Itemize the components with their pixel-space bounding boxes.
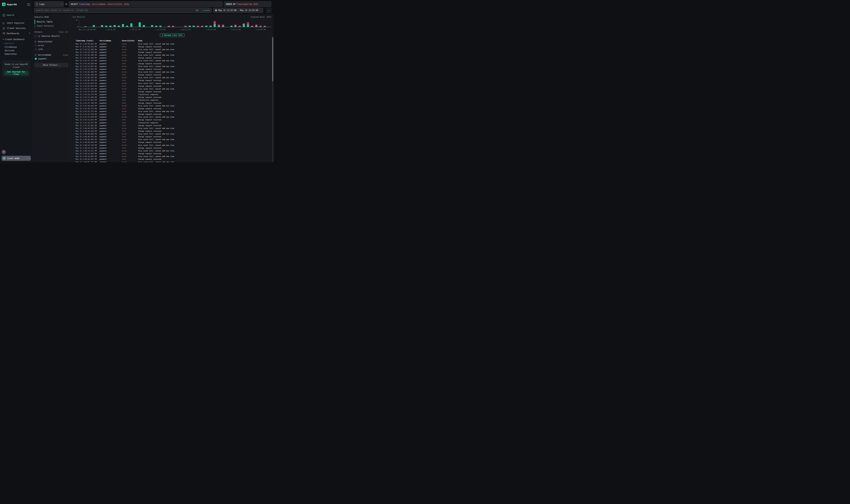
row-expand-chevron-icon[interactable]: › <box>73 74 76 76</box>
row-expand-chevron-icon[interactable]: › <box>73 144 76 146</box>
chart-bar-1:40:15 PM[interactable] <box>217 20 221 27</box>
table-row[interactable]: ›May 15 1:41:57.178 PMpaymentinfoCharge … <box>72 90 272 93</box>
column-header-timestamp[interactable]: Timestamp (Local) <box>76 40 98 42</box>
table-row[interactable]: ›May 15 1:41:53.260 PMpaymentinfoCharge … <box>72 96 272 99</box>
row-expand-chevron-icon[interactable]: › <box>73 110 76 112</box>
row-expand-chevron-icon[interactable]: › <box>73 99 76 101</box>
chart-bar-1:33:30 PM[interactable] <box>104 20 108 27</box>
chart-bar-1:42:45 PM[interactable] <box>258 20 263 27</box>
get-started-button[interactable]: Get Started for Free <box>4 71 28 75</box>
table-row[interactable]: ›May 15 1:40:26.444 PMpaymentinfoCharge … <box>72 141 272 144</box>
clear-servicename-link[interactable]: Clear <box>63 54 68 56</box>
chart-bar-1:34:45 PM[interactable] <box>125 20 129 27</box>
collapse-sidebar-icon[interactable] <box>28 3 30 5</box>
presets-section-toggle[interactable]: PRESETS <box>0 41 33 46</box>
row-expand-chevron-icon[interactable]: › <box>73 113 76 115</box>
sidebar-item-chart-explorer[interactable]: Chart Explorer <box>0 20 33 25</box>
chart-bar-1:35:00 PM[interactable] <box>129 20 133 27</box>
table-row[interactable]: ›May 15 1:40:44.563 PMpaymenterrorVisa c… <box>72 127 272 130</box>
sidebar-item-dashboards[interactable]: Dashboards <box>0 31 33 36</box>
row-expand-chevron-icon[interactable]: › <box>73 141 76 143</box>
table-row[interactable]: ›May 15 1:42:01.814 PMpaymentinfoCharge … <box>72 85 272 87</box>
table-scrollbar[interactable] <box>272 36 273 162</box>
gear-icon[interactable]: ⚙ <box>64 3 69 6</box>
table-row[interactable]: ›May 15 1:40:44.546 PMpaymentinfoCharge … <box>72 130 272 132</box>
preset-kubernetes[interactable]: Kubernetes <box>0 52 33 56</box>
table-row[interactable]: ›May 15 1:40:07.413 PMpaymenterrorVisa c… <box>72 161 272 162</box>
row-expand-chevron-icon[interactable]: › <box>73 82 76 84</box>
search-input[interactable] <box>36 9 195 12</box>
chart-bar-1:36:30 PM[interactable] <box>154 20 158 27</box>
run-query-button[interactable]: ▷ <box>267 8 271 13</box>
chart-bar-1:32:15 PM[interactable] <box>83 20 88 27</box>
table-row[interactable]: ›May 15 1:42:13.019 PMpaymentinfoCharge … <box>72 68 272 70</box>
chart-bar-1:38:15 PM[interactable] <box>183 20 188 27</box>
table-row[interactable]: ›May 15 1:40:14.505 PMpaymentinfoCharge … <box>72 152 272 155</box>
table-row[interactable]: ›May 15 1:42:26.920 PMpaymentinfoCharge … <box>72 62 272 65</box>
row-expand-chevron-icon[interactable]: › <box>73 62 76 65</box>
table-row[interactable]: ›May 15 1:41:47.766 PMpaymentinfoCharge … <box>72 102 272 104</box>
chart-bar-1:35:30 PM[interactable] <box>138 20 142 27</box>
chart-bar-1:41:45 PM[interactable] <box>242 20 246 27</box>
chart-bar-1:43:00 PM[interactable] <box>263 20 267 27</box>
resume-live-tail-button[interactable]: Resume Live Tail <box>160 34 185 37</box>
row-expand-chevron-icon[interactable]: › <box>73 139 76 140</box>
more-filters-button[interactable]: More filters <box>35 63 68 67</box>
table-row[interactable]: ›May 15 1:41:57.183 PMpaymenterrorVisa c… <box>72 87 272 90</box>
table-row[interactable]: ›May 15 1:42:50.843 PMpaymenterrorVisa c… <box>72 42 272 45</box>
table-row[interactable]: ›May 15 1:41:14.361 PMpaymentinfoCharge … <box>72 124 272 127</box>
table-row[interactable]: ›May 15 1:41:25.373 PMpaymenterrorVisa c… <box>72 110 272 113</box>
chart-bar-1:38:45 PM[interactable] <box>192 20 196 27</box>
row-expand-chevron-icon[interactable]: › <box>73 51 76 53</box>
select-query-editor[interactable]: SELECT Timestamp, ServiceName, SeverityT… <box>69 1 222 7</box>
row-expand-chevron-icon[interactable]: › <box>73 127 76 129</box>
mode-results-table[interactable]: Results Table <box>35 20 68 24</box>
table-row[interactable]: ›May 15 1:42:01.824 PMpaymenterrorVisa c… <box>72 82 272 85</box>
table-row[interactable]: ›May 15 1:41:21.652 PMpaymentinfoCharge … <box>72 119 272 121</box>
row-expand-chevron-icon[interactable]: › <box>73 57 76 59</box>
table-row[interactable]: ›May 15 1:40:14.511 PMpaymenterrorVisa c… <box>72 149 272 152</box>
chart-bar-1:38:00 PM[interactable] <box>179 20 183 27</box>
table-row[interactable]: ›May 15 1:41:30.283 PMpaymenterrorVisa c… <box>72 104 272 107</box>
clear-all-link[interactable]: Clear all <box>58 31 68 33</box>
denoise-checkbox[interactable] <box>35 35 37 37</box>
column-header-servicename[interactable]: ServiceName <box>100 40 120 42</box>
row-expand-chevron-icon[interactable]: › <box>73 130 76 132</box>
help-button[interactable]: ? <box>2 150 6 154</box>
table-row[interactable]: ›May 15 1:42:04.392 PMpaymenterrorVisa c… <box>72 76 272 79</box>
row-expand-chevron-icon[interactable]: › <box>73 136 76 138</box>
chart-bar-1:43:15 PM[interactable] <box>267 20 271 27</box>
filter-option-error[interactable]: error <box>35 44 68 47</box>
mode-event-patterns[interactable]: Event Patterns <box>35 24 68 28</box>
lang-toggle-sql[interactable]: SQL <box>196 9 199 12</box>
row-expand-chevron-icon[interactable]: › <box>73 108 76 109</box>
filter-option-info[interactable]: info <box>35 48 68 51</box>
search-icon[interactable] <box>35 41 37 43</box>
row-expand-chevron-icon[interactable]: › <box>73 116 76 118</box>
chart-bar-1:40:30 PM[interactable] <box>221 20 225 27</box>
chart-bar-1:37:45 PM[interactable] <box>175 20 179 27</box>
info-checkbox[interactable] <box>35 48 37 50</box>
chart-bar-1:34:00 PM[interactable] <box>112 20 117 27</box>
chart-bar-1:35:45 PM[interactable] <box>142 20 146 27</box>
source-select[interactable]: Logs <box>34 1 64 7</box>
column-resize-handle[interactable]: ⋮ <box>120 40 122 41</box>
table-row[interactable]: ›May 15 1:41:25.370 PMpaymentinfoCharge … <box>72 113 272 115</box>
table-row[interactable]: ›May 15 1:40:38.466 PMpaymenterrorVisa c… <box>72 132 272 135</box>
row-expand-chevron-icon[interactable]: › <box>73 119 76 121</box>
column-header-severitytext[interactable]: SeverityText <box>122 40 137 42</box>
row-expand-chevron-icon[interactable]: › <box>73 43 76 45</box>
table-options-kebab-icon[interactable]: ⋮ <box>269 36 271 38</box>
preset-services[interactable]: Services <box>0 49 33 52</box>
create-dashboard-button[interactable]: + Create Dashboard <box>0 37 33 41</box>
table-row[interactable]: ›May 15 1:40:10.597 PMpaymentinfoCharge … <box>72 158 272 161</box>
chart-bar-1:40:00 PM[interactable] <box>213 20 217 27</box>
row-expand-chevron-icon[interactable]: › <box>73 71 76 73</box>
chart-bar-1:32:00 PM[interactable] <box>79 20 83 27</box>
user-menu[interactable]: U Local mode <box>2 156 31 161</box>
chart-bar-1:32:45 PM[interactable] <box>92 20 96 27</box>
chart-bar-1:36:45 PM[interactable] <box>158 20 163 27</box>
payment-checkbox[interactable]: ✓ <box>35 58 37 60</box>
table-row[interactable]: ›May 15 1:41:30.275 PMpaymentinfoCharge … <box>72 107 272 110</box>
row-expand-chevron-icon[interactable]: › <box>73 93 76 95</box>
